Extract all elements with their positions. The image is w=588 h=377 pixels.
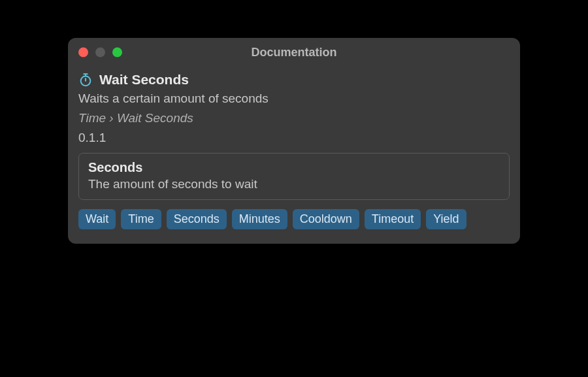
window-title: Documentation [251,46,336,59]
documentation-window: Documentation Wait Seconds Waits a certa… [68,38,520,244]
tag-button[interactable]: Yield [426,209,466,229]
fullscreen-icon[interactable] [112,48,122,57]
tag-button[interactable]: Timeout [365,209,421,229]
node-header: Wait Seconds [78,72,510,88]
content: Wait Seconds Waits a certain amount of s… [68,67,520,244]
titlebar[interactable]: Documentation [68,38,520,67]
tag-button[interactable]: Seconds [167,209,227,229]
minimize-icon [95,48,105,57]
tag-button[interactable]: Wait [78,209,116,229]
parameter-box: Seconds The amount of seconds to wait [78,153,510,200]
tag-button[interactable]: Cooldown [293,209,359,229]
close-icon[interactable] [78,48,88,57]
timer-icon [78,73,93,87]
breadcrumb: Time › Wait Seconds [78,111,510,125]
node-description: Waits a certain amount of seconds [78,91,510,106]
parameter-name: Seconds [88,160,500,175]
tag-button[interactable]: Minutes [232,209,287,229]
tag-button[interactable]: Time [121,209,161,229]
tags-row: Wait Time Seconds Minutes Cooldown Timeo… [78,209,510,229]
node-version: 0.1.1 [78,131,510,145]
traffic-lights [78,48,122,57]
node-title: Wait Seconds [99,72,189,88]
parameter-description: The amount of seconds to wait [88,177,500,191]
